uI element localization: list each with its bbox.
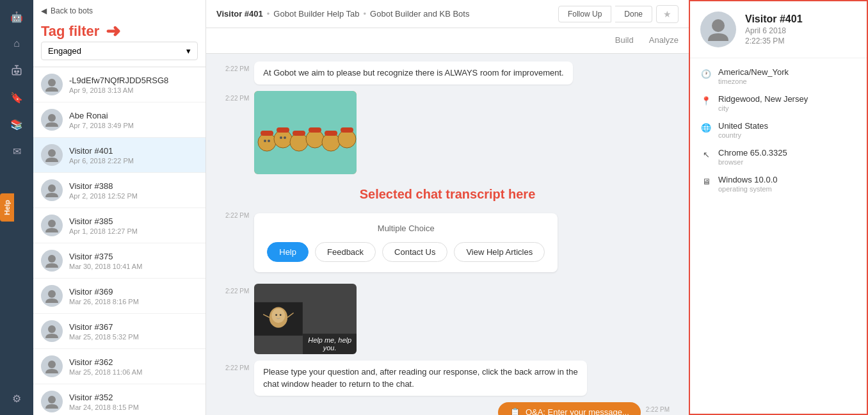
header-action-buttons: Follow Up Done ★	[558, 5, 679, 23]
visitor-item[interactable]: Visitor #388 Apr 2, 2018 12:52 PM	[33, 173, 205, 208]
browser-value: Chrome 65.0.3325	[718, 148, 856, 158]
visitor-info: Visitor #369 Mar 26, 2018 8:16 PM	[69, 287, 198, 305]
country-value: United States	[718, 121, 856, 131]
visitor-date: Mar 26, 2018 8:16 PM	[69, 298, 198, 305]
svg-point-35	[280, 314, 282, 316]
browser-label: browser	[718, 158, 856, 166]
profile-details: 🕐 America/New_York timezone 📍 Ridgewood,…	[690, 58, 867, 202]
mc-btn-contact-us[interactable]: Contact Us	[382, 242, 447, 262]
avatar	[41, 74, 63, 95]
message-time: 2:22 PM	[225, 65, 249, 72]
mail-icon[interactable]: ✉	[5, 140, 28, 163]
back-to-bots-button[interactable]: ◀ Back to bots	[41, 6, 198, 15]
visitor-item[interactable]: Visitor #352 Mar 24, 2018 8:15 PM	[33, 384, 205, 415]
breadcrumb-tab: Gobot Builder Help Tab	[273, 9, 359, 19]
svg-point-2	[17, 70, 19, 72]
mc-btn-feedback[interactable]: Feedback	[315, 242, 376, 262]
avatar	[41, 215, 63, 236]
tag-filter-dropdown[interactable]: Engaged ▾	[41, 42, 198, 60]
mc-btn-view-articles[interactable]: View Help Articles	[454, 242, 545, 262]
help-tab[interactable]: Help	[0, 193, 14, 222]
svg-rect-23	[293, 131, 305, 136]
svg-rect-25	[325, 131, 337, 136]
visitor-name: Visitor #367	[69, 322, 198, 332]
avatar	[41, 144, 63, 166]
svg-rect-24	[309, 127, 321, 133]
tab-build[interactable]: Build	[615, 35, 634, 46]
avatar	[41, 320, 63, 342]
svg-point-20	[338, 130, 356, 148]
settings-icon[interactable]: ⚙	[5, 387, 28, 410]
bot-icon[interactable]	[5, 59, 28, 82]
os-row: 🖥 Windows 10.0.0 operating system	[700, 175, 856, 193]
message-row: 2:22 PM Multiple Choice Help Feedback Co…	[225, 208, 670, 277]
main-content: Visitor #401 • Gobot Builder Help Tab • …	[206, 0, 689, 415]
visitor-item[interactable]: Visitor #375 Mar 30, 2018 10:41 AM	[33, 243, 205, 279]
visitor-item[interactable]: Visitor #401 Apr 6, 2018 2:22 PM	[33, 138, 205, 173]
tag-filter-arrow-icon: ➜	[106, 20, 120, 42]
chat-area: 2:22 PM At Gobot we aim to please but re…	[206, 54, 689, 415]
visitor-info: Visitor #401 Apr 6, 2018 2:22 PM	[69, 146, 198, 165]
svg-point-30	[284, 136, 286, 139]
visitor-info: -L9dEfw7NQfRJDD5RSG8 Apr 9, 2018 3:13 AM	[69, 76, 198, 94]
message-row: 2:22 PM At Gobot we aim to please but re…	[225, 61, 670, 85]
profile-header: Visitor #401 April 6 2018 2:22:35 PM	[690, 1, 867, 58]
done-button[interactable]: Done	[615, 6, 652, 22]
visitor-item[interactable]: -L9dEfw7NQfRJDD5RSG8 Apr 9, 2018 3:13 AM	[33, 67, 205, 102]
visitor-item[interactable]: Visitor #362 Mar 25, 2018 11:06 AM	[33, 349, 205, 384]
visitor-item[interactable]: Abe Ronai Apr 7, 2018 3:49 PM	[33, 102, 205, 138]
svg-point-15	[258, 133, 276, 151]
visitor-date: Mar 25, 2018 11:06 AM	[69, 368, 198, 376]
message-bubble: At Gobot we aim to please but recognize …	[254, 61, 572, 85]
book-icon[interactable]: 📚	[5, 113, 28, 136]
qa-icon: 📋	[510, 407, 520, 416]
globe-icon: 🌐	[700, 122, 712, 133]
gif-image: Help me, help you.	[254, 284, 357, 354]
visitor-item[interactable]: Visitor #369 Mar 26, 2018 8:16 PM	[33, 279, 205, 314]
visitor-name: Visitor #385	[69, 216, 198, 226]
visitor-date: Apr 1, 2018 12:27 PM	[69, 227, 198, 235]
country-row: 🌐 United States country	[700, 121, 856, 139]
visitor-info: Abe Ronai Apr 7, 2018 3:49 PM	[69, 111, 198, 129]
profile-time: 2:22:35 PM	[745, 37, 803, 45]
visitor-info: Visitor #362 Mar 25, 2018 11:06 AM	[69, 357, 198, 376]
home-icon[interactable]: ⌂	[5, 32, 28, 55]
gif-caption: Help me, help you.	[303, 334, 357, 354]
visitor-item[interactable]: Visitor #385 Apr 1, 2018 12:27 PM	[33, 208, 205, 243]
robot-icon[interactable]: 🤖	[5, 5, 28, 28]
country-label: country	[718, 131, 856, 139]
visitor-name: Visitor #362	[69, 357, 198, 367]
svg-point-28	[268, 140, 270, 142]
avatar	[41, 109, 63, 131]
message-time: 2:22 PM	[646, 406, 670, 413]
svg-point-19	[322, 133, 340, 151]
mc-btn-help[interactable]: Help	[267, 242, 309, 262]
visitor-date: Mar 30, 2018 10:41 AM	[69, 263, 198, 270]
os-label: operating system	[718, 185, 856, 193]
qa-input-bubble[interactable]: 📋 Q&A: Enter your message...	[498, 402, 641, 416]
city-label: city	[718, 104, 856, 112]
svg-point-5	[48, 149, 56, 157]
bookmark-icon[interactable]: 🔖	[5, 86, 28, 109]
visitor-date: Apr 7, 2018 3:49 PM	[69, 122, 198, 129]
avatar	[41, 179, 63, 201]
tab-analyze[interactable]: Analyze	[649, 35, 679, 46]
visitor-info: Visitor #388 Apr 2, 2018 12:52 PM	[69, 181, 198, 200]
follow-up-button[interactable]: Follow Up	[558, 6, 611, 22]
visitor-name: Visitor #352	[69, 393, 198, 402]
svg-point-18	[306, 130, 324, 148]
multiple-choice-card: Multiple Choice Help Feedback Contact Us…	[254, 213, 558, 272]
svg-point-3	[48, 79, 56, 86]
svg-point-27	[264, 140, 266, 142]
city-value: Ridgewood, New Jersey	[718, 94, 856, 104]
visitor-item[interactable]: Visitor #367 Mar 25, 2018 5:32 PM	[33, 314, 205, 349]
visitor-info: Visitor #352 Mar 24, 2018 8:15 PM	[69, 393, 198, 411]
svg-point-17	[290, 133, 308, 151]
star-button[interactable]: ★	[656, 5, 679, 23]
svg-point-29	[280, 136, 282, 139]
browser-row: ↖ Chrome 65.0.3325 browser	[700, 148, 856, 166]
city-row: 📍 Ridgewood, New Jersey city	[700, 94, 856, 112]
chat-image	[254, 91, 357, 174]
dropdown-chevron-icon: ▾	[186, 46, 191, 56]
svg-point-7	[48, 220, 56, 227]
